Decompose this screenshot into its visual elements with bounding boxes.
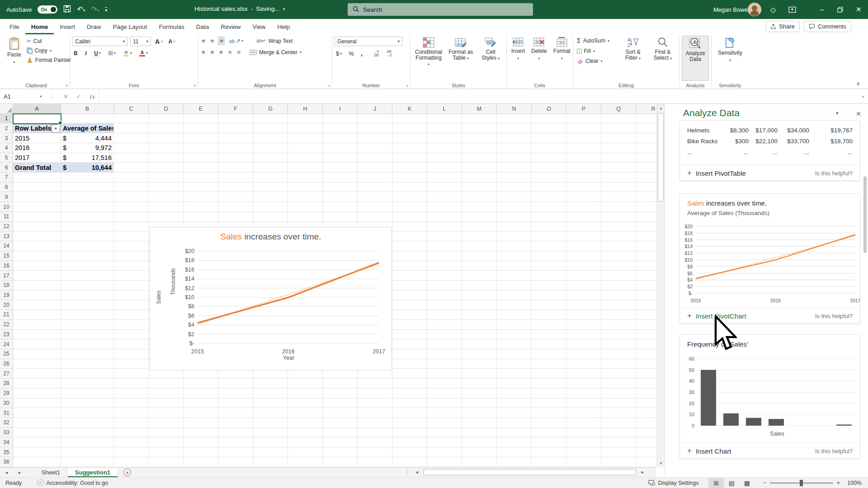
column-header-N[interactable]: N (497, 104, 532, 114)
column-header-I[interactable]: I (323, 104, 358, 114)
row-header-26[interactable]: 26 (0, 359, 13, 369)
cell-P11[interactable] (566, 212, 601, 222)
cell-K5[interactable] (392, 153, 427, 163)
cell-Q2[interactable] (601, 123, 636, 133)
cell-H4[interactable] (288, 143, 323, 153)
cell-M30[interactable] (462, 399, 497, 408)
cell-C32[interactable] (114, 418, 149, 428)
cell-I35[interactable] (323, 447, 358, 457)
column-header-E[interactable]: E (184, 104, 218, 114)
cell-P35[interactable] (566, 447, 601, 457)
insert-function-icon[interactable]: ƒx (85, 93, 99, 100)
cell-L19[interactable] (427, 291, 462, 300)
cell-M27[interactable] (462, 369, 497, 379)
row-header-2[interactable]: 2 (0, 123, 13, 133)
cell-A19[interactable] (13, 291, 61, 300)
cell-N15[interactable] (497, 251, 532, 261)
cell-B15[interactable] (61, 251, 114, 261)
cell-R30[interactable] (636, 399, 656, 408)
cell-A3[interactable]: 2015 (13, 133, 61, 143)
cell-M18[interactable] (462, 281, 497, 291)
top-align-button[interactable]: ≡ (200, 37, 206, 45)
avatar[interactable] (748, 0, 761, 19)
row-header-13[interactable]: 13 (0, 231, 13, 241)
row-header-20[interactable]: 20 (0, 300, 13, 310)
undo-button[interactable]: ↶▾ (77, 6, 85, 13)
cell-O23[interactable] (532, 330, 566, 340)
cell-L7[interactable] (427, 173, 462, 183)
cell-K24[interactable] (392, 339, 427, 349)
cell-G1[interactable] (253, 114, 288, 124)
cell-F10[interactable] (218, 202, 253, 212)
cell-Q31[interactable] (601, 408, 636, 418)
cell-B32[interactable] (61, 418, 114, 428)
cell-K2[interactable] (392, 123, 427, 133)
row-header-34[interactable]: 34 (0, 437, 13, 447)
autosum-button[interactable]: ΣAutoSum▾ (576, 37, 617, 45)
cell-H28[interactable] (288, 379, 323, 389)
cell-J33[interactable] (358, 428, 392, 438)
cell-I1[interactable] (323, 114, 358, 124)
row-header-23[interactable]: 23 (0, 330, 13, 340)
cell-N13[interactable] (497, 231, 532, 241)
insert-pivottable-button[interactable]: +Insert PivotTable (687, 169, 746, 178)
row-header-21[interactable]: 21 (0, 310, 13, 320)
cell-B16[interactable] (61, 261, 114, 271)
cell-A16[interactable] (13, 261, 61, 271)
cell-I9[interactable] (323, 192, 358, 202)
cell-G32[interactable] (253, 418, 288, 428)
display-settings-button[interactable]: Display Settings (648, 480, 699, 486)
cell-I2[interactable] (323, 123, 358, 133)
cell-C9[interactable] (114, 192, 149, 202)
row-header-4[interactable]: 4 (0, 143, 13, 153)
ribbon-display-options-icon[interactable] (788, 0, 796, 19)
cell-H34[interactable] (288, 437, 323, 447)
cell-Q28[interactable] (601, 379, 636, 389)
cell-M11[interactable] (462, 212, 497, 222)
cell-R29[interactable] (636, 389, 656, 399)
cell-B23[interactable] (61, 330, 114, 340)
cell-L14[interactable] (427, 241, 462, 251)
cell-K1[interactable] (392, 114, 427, 124)
cell-P28[interactable] (566, 379, 601, 389)
cell-N33[interactable] (497, 428, 532, 438)
cell-N6[interactable] (497, 163, 532, 173)
cell-N14[interactable] (497, 241, 532, 251)
cell-J36[interactable] (358, 457, 392, 467)
cell-C20[interactable] (114, 300, 149, 310)
customize-qat-button[interactable]: ▾ (105, 7, 107, 12)
cell-Q21[interactable] (601, 310, 636, 320)
cell-R35[interactable] (636, 447, 656, 457)
cancel-formula-icon[interactable]: ✕ (59, 93, 72, 100)
font-size-combo[interactable]: 11▾ (130, 37, 151, 46)
cell-B28[interactable] (61, 379, 114, 389)
minimize-button[interactable]: ─ (820, 0, 824, 19)
cell-A32[interactable] (13, 418, 61, 428)
cell-P7[interactable] (566, 173, 601, 183)
cell-H8[interactable] (288, 183, 323, 192)
insert-cells-button[interactable]: Insert▾ (509, 36, 527, 81)
tab-formulas[interactable]: Formulas (153, 19, 190, 34)
cell-R8[interactable] (636, 183, 656, 192)
cell-C26[interactable] (114, 359, 149, 369)
clipboard-dialog-launcher[interactable]: ↘ (65, 83, 68, 88)
cell-Q30[interactable] (601, 399, 636, 408)
row-header-30[interactable]: 30 (0, 399, 13, 408)
cell-O10[interactable] (532, 202, 566, 212)
expand-formula-bar-icon[interactable]: ▾ (858, 94, 868, 99)
align-left-button[interactable]: ≡ (200, 48, 206, 56)
cell-J5[interactable] (358, 153, 392, 163)
cell-C3[interactable] (114, 133, 149, 143)
cell-K7[interactable] (392, 173, 427, 183)
cell-O1[interactable] (532, 114, 566, 124)
fill-handle[interactable] (58, 121, 62, 125)
cell-A15[interactable] (13, 251, 61, 261)
cell-A30[interactable] (13, 399, 61, 408)
cell-Q18[interactable] (601, 281, 636, 291)
cell-B2[interactable]: Average of Sales (61, 123, 114, 133)
cell-M21[interactable] (462, 310, 497, 320)
cell-N18[interactable] (497, 281, 532, 291)
cell-L4[interactable] (427, 143, 462, 153)
cell-C36[interactable] (114, 457, 149, 467)
cell-F9[interactable] (218, 192, 253, 202)
